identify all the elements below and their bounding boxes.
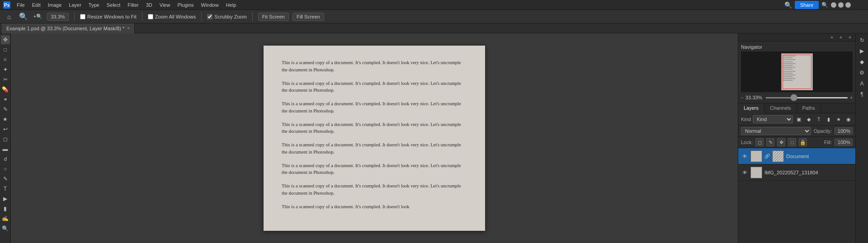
document-canvas: This is a scanned copy of a document. It… bbox=[264, 46, 485, 231]
dodge-tool[interactable]: ○ bbox=[1, 164, 10, 173]
lasso-tool[interactable]: ⌗ bbox=[1, 55, 10, 64]
home-button[interactable]: ⌂ bbox=[4, 11, 14, 22]
navigator-zoom-value: 33.33% bbox=[745, 95, 764, 100]
close-button[interactable] bbox=[845, 2, 851, 8]
tab-layers[interactable]: Layers bbox=[738, 103, 764, 113]
resize-windows-label: Resize Windows to Fit bbox=[87, 14, 137, 19]
shape-tool[interactable]: ▮ bbox=[1, 204, 10, 213]
document-paragraph: This is a scanned copy of a document. It… bbox=[282, 141, 467, 156]
gradient-tool[interactable]: ▬ bbox=[1, 145, 10, 154]
type-tool[interactable]: T bbox=[1, 184, 10, 193]
tab-close-button[interactable]: × bbox=[127, 26, 130, 31]
menu-item-3d[interactable]: 3D bbox=[143, 1, 156, 9]
hand-tool[interactable]: ✍ bbox=[1, 214, 10, 223]
move-tool[interactable]: ✥ bbox=[1, 35, 10, 44]
menu-item-type[interactable]: Type bbox=[85, 1, 103, 9]
history-panel-btn[interactable]: ↻ bbox=[857, 35, 867, 45]
document-paragraph: This is a scanned copy of a document. It… bbox=[282, 59, 467, 74]
zoom-input[interactable] bbox=[47, 13, 69, 21]
crop-tool[interactable]: ✂ bbox=[1, 75, 10, 84]
blur-tool[interactable]: ☌ bbox=[1, 154, 10, 164]
menu-item-filter[interactable]: Filter bbox=[124, 1, 142, 9]
menu-item-layer[interactable]: Layer bbox=[66, 1, 85, 9]
zoom-out-button[interactable]: 🔍 bbox=[18, 11, 29, 22]
resize-windows-checkbox[interactable] bbox=[80, 14, 85, 19]
scrubby-zoom-checkbox-label[interactable]: Scrubby Zoom bbox=[207, 14, 247, 19]
adjustments-panel-btn[interactable]: ◆ bbox=[857, 57, 867, 67]
zoom-all-windows-checkbox[interactable] bbox=[148, 14, 153, 19]
layer-filter-type[interactable]: T bbox=[815, 115, 823, 123]
layer-filter-adjust[interactable]: ◆ bbox=[805, 115, 813, 123]
lock-pixels-btn[interactable]: ✎ bbox=[766, 138, 774, 146]
fit-screen-button[interactable]: Fit Screen bbox=[258, 13, 289, 21]
character-panel-btn[interactable]: A bbox=[857, 79, 867, 89]
search-icon-top[interactable]: 🔍 bbox=[784, 1, 792, 9]
actions-panel-btn[interactable]: ▶ bbox=[857, 46, 867, 56]
document-tab[interactable]: Example 1.psd @ 33.3% (Document, Layer M… bbox=[2, 23, 135, 33]
eyedropper-tool[interactable]: 💊 bbox=[1, 85, 10, 94]
layer-visibility-eye[interactable]: 👁 bbox=[741, 169, 748, 176]
opacity-input[interactable] bbox=[835, 127, 853, 135]
brush-tool[interactable]: ✎ bbox=[1, 105, 10, 114]
menu-item-window[interactable]: Window bbox=[198, 1, 222, 9]
menu-item-select[interactable]: Select bbox=[104, 1, 124, 9]
menu-item-plugins[interactable]: Plugins bbox=[174, 1, 197, 9]
collapse-down-btn[interactable]: « bbox=[846, 34, 854, 41]
layer-name-label: Document bbox=[786, 154, 853, 159]
menu-item-view[interactable]: View bbox=[156, 1, 174, 9]
paragraph-panel-btn[interactable]: ¶ bbox=[857, 89, 867, 99]
layer-visibility-eye[interactable]: 👁 bbox=[741, 153, 748, 160]
menu-search-icon[interactable]: 🔍 bbox=[821, 2, 828, 8]
opacity-label: Opacity: bbox=[814, 128, 832, 134]
tab-paths[interactable]: Paths bbox=[797, 103, 821, 113]
history-brush-tool[interactable]: ↩ bbox=[1, 125, 10, 134]
quick-select-tool[interactable]: ✦ bbox=[1, 65, 10, 74]
layer-filter-smart[interactable]: ★ bbox=[835, 115, 843, 123]
separator-2 bbox=[142, 12, 142, 21]
tab-channels[interactable]: Channels bbox=[764, 103, 797, 113]
path-select-tool[interactable]: ▶ bbox=[1, 194, 10, 203]
maximize-button[interactable] bbox=[838, 2, 844, 8]
properties-panel-btn[interactable]: ⚙ bbox=[857, 68, 867, 78]
lock-all-btn[interactable]: 🔒 bbox=[799, 138, 807, 146]
layer-filter-toggle[interactable]: ◉ bbox=[844, 115, 853, 123]
layer-item[interactable]: 👁🔗Document bbox=[738, 148, 855, 164]
fill-input[interactable] bbox=[835, 139, 853, 146]
menu-item-help[interactable]: Help bbox=[223, 1, 240, 9]
scrubby-zoom-checkbox[interactable] bbox=[207, 14, 212, 19]
layers-filter-row: Kind Kind ▣ ◆ T ▮ ★ ◉ bbox=[738, 113, 855, 126]
separator-1 bbox=[74, 12, 75, 21]
zoom-tool[interactable]: 🔍 bbox=[1, 224, 10, 233]
resize-windows-checkbox-label[interactable]: Resize Windows to Fit bbox=[80, 14, 137, 19]
collapse-left-btn[interactable]: « bbox=[828, 34, 835, 41]
menu-item-file[interactable]: File bbox=[14, 1, 28, 9]
share-button[interactable]: Share bbox=[795, 1, 819, 9]
left-toolbar: ✥ □ ⌗ ✦ ✂ 💊 ⚭ ✎ ★ ↩ ◻ ▬ ☌ ○ ✎ T ▶ ▮ ✍ 🔍 bbox=[0, 33, 11, 243]
pen-tool[interactable]: ✎ bbox=[1, 174, 10, 183]
collapse-right-btn[interactable]: « bbox=[837, 34, 844, 41]
zoom-all-windows-checkbox-label[interactable]: Zoom All Windows bbox=[148, 14, 196, 19]
marquee-tool[interactable]: □ bbox=[1, 45, 10, 54]
lock-position-btn[interactable]: ✥ bbox=[777, 138, 785, 146]
menu-item-edit[interactable]: Edit bbox=[29, 1, 44, 9]
menu-item-image[interactable]: Image bbox=[45, 1, 65, 9]
fill-screen-button[interactable]: Fill Screen bbox=[292, 13, 324, 21]
zoom-slider[interactable] bbox=[765, 97, 848, 98]
layer-item[interactable]: 👁IMG_20220527_131804 bbox=[738, 164, 855, 181]
zoom-out-icon[interactable]: − bbox=[741, 95, 744, 100]
blend-mode-select[interactable]: Normal bbox=[741, 127, 811, 135]
navigator-viewport-box bbox=[783, 55, 811, 89]
right-icon-panels: ↻ ▶ ◆ ⚙ A ¶ bbox=[855, 33, 868, 243]
clone-stamp-tool[interactable]: ★ bbox=[1, 115, 10, 124]
lock-label: Lock: bbox=[741, 140, 753, 145]
minimize-button[interactable] bbox=[831, 2, 836, 8]
layer-filter-pixel[interactable]: ▣ bbox=[795, 115, 803, 123]
healing-tool[interactable]: ⚭ bbox=[1, 95, 10, 104]
layer-filter-shape[interactable]: ▮ bbox=[825, 115, 833, 123]
kind-select[interactable]: Kind bbox=[753, 115, 793, 123]
eraser-tool[interactable]: ◻ bbox=[1, 135, 10, 144]
zoom-in-icon[interactable]: + bbox=[850, 95, 853, 100]
lock-artboard-btn[interactable]: □ bbox=[788, 138, 796, 146]
zoom-in-button[interactable]: +🔍 bbox=[33, 11, 43, 22]
lock-transparency-btn[interactable]: ◻ bbox=[755, 138, 764, 146]
